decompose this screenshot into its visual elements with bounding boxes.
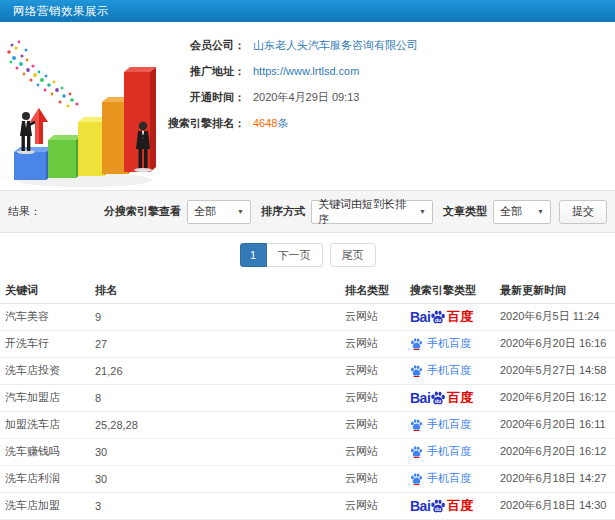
updated-time-cell: 2020年6月18日 14:27 — [500, 465, 615, 492]
rank-type-cell: 云网站 — [345, 357, 410, 384]
article-type-label: 文章类型 — [443, 204, 487, 219]
mobile-baidu-logo: 手机百度 — [410, 363, 471, 378]
page-title-bar: 网络营销效果展示 — [0, 0, 615, 22]
updated-time-cell: 2020年6月20日 16:12 — [500, 384, 615, 411]
company-row: 会员公司： 山东老人头汽车服务咨询有限公司 — [150, 32, 418, 58]
svg-text:du: du — [435, 505, 442, 511]
rank-cell[interactable]: 9 — [95, 303, 345, 330]
rank-cell[interactable]: 25,28,28 — [95, 411, 345, 438]
mobile-baidu-label: 手机百度 — [427, 363, 471, 378]
rank-cell[interactable]: 30 — [95, 465, 345, 492]
engine-rank-row: 搜索引擎排名： 4648条 — [150, 110, 418, 136]
promo-url-row: 推广地址： https://www.lrtlsd.com — [150, 58, 418, 84]
submit-button[interactable]: 提交 — [559, 200, 607, 224]
header-row: 关键词 排名 排名类型 搜索引擎类型 最新更新时间 — [0, 279, 615, 303]
sort-filter-value: 关键词由短到长排序 — [318, 197, 413, 227]
member-info-section: 会员公司： 山东老人头汽车服务咨询有限公司 推广地址： https://www.… — [0, 22, 615, 190]
rank-cell[interactable]: 30 — [95, 438, 345, 465]
rank-cell[interactable]: 3 — [95, 492, 345, 519]
search-engine-cell: 手机百度 — [410, 357, 500, 384]
rank-type-cell: 云网站 — [345, 438, 410, 465]
table-row: 汽车加盟店8云网站Baidu百度2020年6月20日 16:12 — [0, 384, 615, 411]
member-info-panel: 会员公司： 山东老人头汽车服务咨询有限公司 推广地址： https://www.… — [150, 32, 418, 136]
table-row: 汽车美容9云网站Baidu百度2020年6月5日 11:24 — [0, 303, 615, 330]
baidu-paw-icon — [410, 364, 423, 377]
updated-time-cell: 2020年5月27日 14:58 — [500, 357, 615, 384]
rank-cell[interactable]: 21,26 — [95, 357, 345, 384]
engine-rank-unit: 条 — [277, 117, 288, 129]
rank-type-cell: 云网站 — [345, 465, 410, 492]
keyword-cell: 开洗车行 — [0, 330, 95, 357]
updated-time-cell: 2020年6月20日 16:12 — [500, 438, 615, 465]
mobile-baidu-label: 手机百度 — [427, 336, 471, 351]
rank-type-cell: 云网站 — [345, 330, 410, 357]
company-label: 会员公司： — [150, 38, 245, 53]
page: 网络营销效果展示 — [0, 0, 615, 520]
article-type-value: 全部 — [500, 204, 522, 219]
table-row: 开洗车行27云网站手机百度2020年6月20日 16:16 — [0, 330, 615, 357]
page-title: 网络营销效果展示 — [13, 5, 109, 17]
rank-cell[interactable]: 27 — [95, 330, 345, 357]
results-table-head: 关键词 排名 排名类型 搜索引擎类型 最新更新时间 — [0, 279, 615, 303]
baidu-paw-icon: du — [430, 309, 446, 325]
rank-type-cell: 云网站 — [345, 411, 410, 438]
baidu-paw-icon — [410, 472, 423, 485]
baidu-paw-icon — [410, 418, 423, 431]
rank-cell[interactable]: 8 — [95, 384, 345, 411]
chevron-down-icon: ▼ — [531, 208, 544, 215]
table-row: 洗车赚钱吗30云网站手机百度2020年6月20日 16:12 — [0, 438, 615, 465]
table-row: 洗车店加盟3云网站Baidu百度2020年6月18日 14:30 — [0, 492, 615, 519]
article-type-select[interactable]: 全部 ▼ — [493, 200, 551, 224]
keyword-cell: 洗车店利润 — [0, 465, 95, 492]
search-engine-cell: 手机百度 — [410, 411, 500, 438]
results-table-body: 汽车美容9云网站Baidu百度2020年6月5日 11:24开洗车行27云网站手… — [0, 303, 615, 519]
engine-filter-value: 全部 — [194, 204, 216, 219]
last-page-button[interactable]: 尾页 — [330, 243, 376, 267]
next-page-button[interactable]: 下一页 — [267, 243, 323, 267]
keyword-cell: 洗车店加盟 — [0, 492, 95, 519]
search-engine-cell: Baidu百度 — [410, 384, 500, 411]
open-time-row: 开通时间： 2020年4月29日 09:13 — [150, 84, 418, 110]
keyword-cell: 洗车店投资 — [0, 357, 95, 384]
result-label: 结果： — [8, 204, 41, 219]
baidu-logo-latin: Bai — [410, 310, 430, 324]
keyword-cell: 汽车加盟店 — [0, 384, 95, 411]
table-row: 洗车店利润30云网站手机百度2020年6月18日 14:27 — [0, 465, 615, 492]
sort-filter-label: 排序方式 — [261, 204, 305, 219]
search-engine-cell: 手机百度 — [410, 330, 500, 357]
rank-type-cell: 云网站 — [345, 384, 410, 411]
search-engine-cell: Baidu百度 — [410, 492, 500, 519]
growth-chart-image — [2, 30, 157, 188]
search-engine-cell: 手机百度 — [410, 438, 500, 465]
promo-url-link[interactable]: https://www.lrtlsd.com — [253, 65, 359, 77]
svg-text:du: du — [435, 316, 442, 322]
mobile-baidu-label: 手机百度 — [427, 417, 471, 432]
keyword-cell: 洗车赚钱吗 — [0, 438, 95, 465]
baidu-paw-icon: du — [430, 498, 446, 514]
chevron-down-icon: ▼ — [413, 208, 426, 215]
baidu-logo-cn: 百度 — [447, 499, 473, 513]
results-table: 关键词 排名 排名类型 搜索引擎类型 最新更新时间 汽车美容9云网站Baidu百… — [0, 279, 615, 520]
keyword-cell: 加盟洗车店 — [0, 411, 95, 438]
page-number-current[interactable]: 1 — [240, 243, 267, 267]
mobile-baidu-logo: 手机百度 — [410, 417, 471, 432]
up-arrow-icon — [30, 108, 48, 144]
growth-chart-illustration — [2, 30, 157, 188]
header-rank: 排名 — [95, 279, 345, 303]
baidu-logo: Baidu百度 — [410, 498, 473, 514]
search-engine-cell: 手机百度 — [410, 465, 500, 492]
baidu-logo-cn: 百度 — [447, 391, 473, 405]
engine-filter-select[interactable]: 全部 ▼ — [187, 200, 251, 224]
company-link[interactable]: 山东老人头汽车服务咨询有限公司 — [253, 38, 418, 53]
baidu-logo-latin: Bai — [410, 499, 430, 513]
engine-rank-value: 4648条 — [253, 116, 288, 131]
baidu-paw-icon — [410, 445, 423, 458]
table-row: 洗车店投资21,26云网站手机百度2020年5月27日 14:58 — [0, 357, 615, 384]
baidu-paw-icon — [410, 337, 423, 350]
mobile-baidu-label: 手机百度 — [427, 471, 471, 486]
header-updated: 最新更新时间 — [500, 279, 615, 303]
sort-filter-select[interactable]: 关键词由短到长排序 ▼ — [311, 200, 433, 224]
pagination: 1 下一页 尾页 — [0, 243, 615, 267]
engine-filter-label: 分搜索引擎查看 — [104, 204, 181, 219]
header-keyword: 关键词 — [0, 279, 95, 303]
